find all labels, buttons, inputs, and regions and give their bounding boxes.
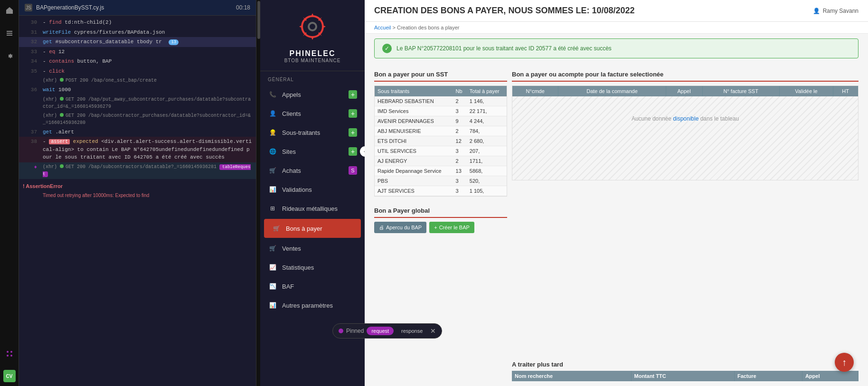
ide-icon-cv[interactable]: CV — [3, 370, 16, 382]
sst-row-name: ETS DITCHI — [375, 136, 453, 146]
svg-rect-0 — [7, 31, 12, 32]
sidebar-item-ventes[interactable]: 🛒 Ventes — [260, 239, 365, 258]
bap-buttons: 🖨 Apercu du BAP + Créer le BAP — [374, 222, 507, 233]
table-row[interactable]: ETS DITCHI122 680, — [375, 136, 507, 146]
sidebar-item-sous-traitants[interactable]: 👷 Sous-traitants + — [260, 123, 365, 142]
breadcrumb-sep: > — [393, 25, 397, 30]
sidebar-item-clients[interactable]: 👤 Clients + — [260, 104, 365, 123]
scrollbar[interactable] — [256, 0, 260, 386]
code-line-30: 30 - find td:nth-child(2) — [19, 18, 256, 28]
sidebar-item-bons-payer[interactable]: 🛒 Bons à payer — [264, 219, 361, 238]
sidebar-item-validations[interactable]: 📊 Validations — [260, 180, 365, 199]
sst-row-nb: 2 — [453, 156, 467, 166]
ide-icon-plugins[interactable] — [3, 347, 16, 360]
pinned-request-btn[interactable]: request — [367, 327, 394, 335]
sidebar-item-ventes-label: Ventes — [282, 245, 357, 252]
svg-point-3 — [7, 351, 9, 353]
table-row[interactable]: IMD Services322 171, — [375, 106, 507, 116]
traiter-col-appel: Appel — [802, 371, 858, 381]
table-row[interactable]: AJ ENERGY21711, — [375, 156, 507, 166]
logo-text-main: PHINELEC — [268, 49, 357, 58]
traiter-col-montant: Montant TTC — [631, 371, 734, 381]
ide-icon-home[interactable] — [3, 4, 16, 17]
sst-row-name: PBS — [375, 176, 453, 186]
ide-icon-list[interactable] — [3, 27, 16, 40]
table-row[interactable]: AJT SERVICES31 105, — [375, 186, 507, 196]
validations-icon: 📊 — [268, 185, 277, 194]
sst-row-nb: 3 — [453, 146, 467, 156]
table-row[interactable]: PBS3520, — [375, 176, 507, 186]
breadcrumb-current: Creation des bons a player — [397, 25, 459, 30]
table-row[interactable]: UTIL SERVICES3207, — [375, 146, 507, 156]
sst-col-nb: Nb — [453, 86, 467, 96]
invoice-table: N°cmde Date de la commande Appel N° fact… — [512, 86, 858, 96]
content-area: Bon a payer pour un SST Sous traitants N… — [365, 63, 868, 386]
code-line-34: 34 - contains button, BAP — [19, 56, 256, 66]
sst-row-nb: 2 — [453, 96, 467, 106]
sst-row-total: 1 146, — [467, 96, 507, 106]
svg-point-5 — [7, 355, 9, 357]
sst-row-name: AVENIR DEPANNAGES — [375, 116, 453, 126]
sidebar-item-baf[interactable]: 📉 BAF — [260, 277, 365, 296]
table-row[interactable]: Rapide Depannage Service135868, — [375, 166, 507, 176]
sous-traitants-icon: 👷 — [268, 128, 277, 137]
sidebar-item-clients-label: Clients — [282, 110, 349, 117]
svg-rect-1 — [7, 33, 12, 34]
sidebar-item-achats[interactable]: 🛒 Achats S — [260, 161, 365, 180]
btn-creer[interactable]: + Créer le BAP — [429, 222, 474, 233]
sst-section-title: Bon a payer pour un SST — [374, 68, 507, 82]
sidebar-item-statistiques[interactable]: 📈 Statistiques — [260, 258, 365, 277]
table-row[interactable]: HEBRARD SEBASTIEN21 146, — [375, 96, 507, 106]
sst-row-total: 5868, — [467, 166, 507, 176]
invoice-table-container: N°cmde Date de la commande Appel N° fact… — [512, 85, 859, 180]
clients-plus-btn[interactable]: + — [349, 109, 357, 118]
ide-icon-gear[interactable] — [3, 49, 16, 63]
sst-row-name: AJ ENERGY — [375, 156, 453, 166]
sidebar-item-sites[interactable]: 🌐 Sites + < — [260, 142, 365, 161]
sst-col-name: Sous traitants — [375, 86, 453, 96]
sst-table: Sous traitants Nb Total à payer HEBRARD … — [375, 86, 507, 196]
xhr-get-1: (xhr) GET 200 /bap/put_away_subcontracto… — [19, 95, 256, 111]
fab-button[interactable]: ↑ — [835, 353, 854, 372]
sst-row-nb: 13 — [453, 166, 467, 176]
sst-row-total: 1711, — [467, 156, 507, 166]
btn-apercu[interactable]: 🖨 Apercu du BAP — [374, 222, 426, 233]
sous-traitants-plus-btn[interactable]: + — [349, 128, 357, 137]
sidebar-item-appels[interactable]: 📞 Appels + — [260, 85, 365, 104]
sidebar-item-autres[interactable]: 📊 Autres paramètres — [260, 296, 365, 315]
appels-plus-btn[interactable]: + — [349, 90, 357, 99]
pinned-label: Pinned — [346, 328, 364, 334]
pinned-dot-icon — [339, 329, 343, 333]
sites-plus-btn[interactable]: + — [349, 147, 357, 156]
sidebar-item-autres-label: Autres paramètres — [282, 302, 357, 309]
achats-s-btn[interactable]: S — [349, 166, 357, 175]
sst-row-total: 1 105, — [467, 186, 507, 196]
app-user: 👤 Ramy Savann — [813, 8, 859, 14]
no-data-message: Aucune donnée disponible dans le tableau — [512, 96, 858, 141]
pinned-close-btn[interactable]: ✕ — [430, 327, 436, 335]
statistiques-icon: 📈 — [268, 263, 277, 272]
sidebar-collapse-btn[interactable]: < — [360, 146, 365, 157]
svg-rect-2 — [7, 35, 12, 36]
xhr-post: (xhr) POST 200 /bap/one_sst_bap/create — [19, 76, 256, 85]
bons-payer-icon: 🛒 — [272, 224, 281, 233]
pinned-response-btn[interactable]: response — [396, 327, 427, 335]
sidebar-item-rideaux-label: Rideaux métalliques — [282, 205, 357, 212]
code-line-37: 37 get .alert — [19, 127, 256, 137]
sidebar-item-sous-traitants-label: Sous-traitants — [282, 129, 349, 136]
code-line-38: 38 - assert expected <div.alert.alert-su… — [19, 137, 256, 162]
code-area: 30 - find td:nth-child(2) 31 writeFile c… — [19, 16, 256, 386]
bap-global-section: Bon a Payer global 🖨 Apercu du BAP + Cré… — [374, 204, 507, 233]
table-row[interactable]: ABJ MENUISERIE2784, — [375, 126, 507, 136]
pinned-bar: Pinned request response ✕ — [332, 323, 442, 339]
test-timer: 00:18 — [236, 4, 250, 11]
sst-table-scroll[interactable]: Sous traitants Nb Total à payer HEBRARD … — [374, 85, 507, 197]
breadcrumb-home[interactable]: Accueil — [374, 25, 391, 30]
sidebar-item-achats-label: Achats — [282, 167, 349, 174]
inv-col-facture: N° facture SST — [702, 86, 779, 96]
btn-creer-label: Créer le BAP — [439, 225, 470, 230]
traiter-table: Nom recherche Montant TTC Facture Appel — [512, 371, 859, 381]
sidebar-item-rideaux[interactable]: ⊞ Rideaux métalliques — [260, 199, 365, 218]
sst-row-total: 520, — [467, 176, 507, 186]
table-row[interactable]: AVENIR DEPANNAGES94 244, — [375, 116, 507, 126]
